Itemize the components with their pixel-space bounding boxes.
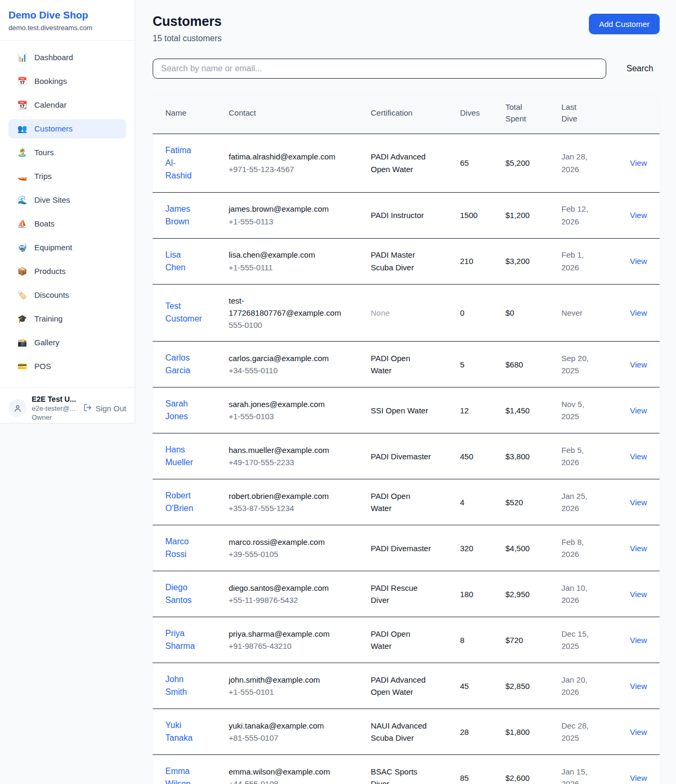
customer-name-link[interactable]: John Smith xyxy=(165,673,200,698)
customer-count: 15 total customers xyxy=(153,34,222,43)
customer-total-spent: $1,200 xyxy=(505,211,530,220)
customer-dives: 12 xyxy=(460,406,469,415)
view-link[interactable]: View xyxy=(630,682,647,691)
table-row: James Brown james.brown@example.com +1-5… xyxy=(153,192,660,238)
customer-phone: +971-55-123-4567 xyxy=(229,163,345,175)
customer-last-dive: Feb 12, 2026 xyxy=(561,204,588,225)
customer-total-spent: $2,850 xyxy=(505,682,530,691)
customers-icon: 👥 xyxy=(17,124,27,134)
customer-dives: 320 xyxy=(460,544,473,553)
customer-name-link[interactable]: James Brown xyxy=(165,203,200,228)
search-bar: Search xyxy=(153,59,660,79)
sidebar-item-gallery[interactable]: 📸 Gallery xyxy=(8,333,126,352)
customer-total-spent: $680 xyxy=(505,360,523,369)
page-title: Customers xyxy=(153,14,222,29)
search-input[interactable] xyxy=(153,59,606,79)
view-link[interactable]: View xyxy=(630,211,647,220)
customer-phone: +1-555-0111 xyxy=(229,261,345,273)
view-link[interactable]: View xyxy=(630,257,647,266)
trips-icon: 🚤 xyxy=(17,172,27,181)
customer-total-spent: $3,200 xyxy=(505,257,530,266)
sidebar-item-bookings[interactable]: 📅 Bookings xyxy=(8,72,126,91)
view-link[interactable]: View xyxy=(630,360,647,369)
sidebar-item-dashboard[interactable]: 📊 Dashboard xyxy=(8,48,126,67)
sidebar-item-tours[interactable]: 🏝️ Tours xyxy=(8,143,126,162)
customer-last-dive: Jan 15, 2026 xyxy=(561,767,587,784)
user-email: e2e-tester@... xyxy=(32,404,78,412)
view-link[interactable]: View xyxy=(630,498,647,507)
customer-phone: +49-170-555-2233 xyxy=(229,456,345,468)
customer-total-spent: $1,800 xyxy=(505,728,530,736)
customer-name-link[interactable]: Emma Wilson xyxy=(165,765,200,784)
page-header: Customers 15 total customers Add Custome… xyxy=(153,14,660,43)
table-row: Priya Sharma priya.sharma@example.com +9… xyxy=(153,617,660,663)
column-header-last-dive: Last Dive xyxy=(561,92,609,134)
training-icon: 🎓 xyxy=(17,314,27,324)
view-link[interactable]: View xyxy=(630,452,647,461)
customer-name-link[interactable]: Sarah Jones xyxy=(165,398,200,423)
customer-phone: +353-87-555-1234 xyxy=(229,502,345,514)
table-row: Fatima Al-Rashid fatima.alrashid@example… xyxy=(153,134,660,192)
customer-name-link[interactable]: Lisa Chen xyxy=(165,249,200,274)
customer-certification: PADI Advanced Open Water xyxy=(371,675,426,696)
sidebar: Demo Dive Shop demo.test.divestreams.com… xyxy=(0,0,135,423)
view-link[interactable]: View xyxy=(630,544,647,553)
tours-icon: 🏝️ xyxy=(17,148,27,157)
sidebar-item-trips[interactable]: 🚤 Trips xyxy=(8,167,126,186)
dive-sites-icon: 🌊 xyxy=(17,195,27,205)
view-link[interactable]: View xyxy=(630,728,647,736)
customer-email: robert.obrien@example.com xyxy=(229,490,345,502)
column-header-actions xyxy=(609,92,660,134)
sign-out-button[interactable]: Sign Out xyxy=(83,403,126,413)
customer-last-dive: Dec 15, 2025 xyxy=(561,629,589,650)
view-link[interactable]: View xyxy=(630,773,647,782)
equipment-icon: 🤿 xyxy=(17,243,27,252)
view-link[interactable]: View xyxy=(630,406,647,415)
customer-phone: +44-555-0108 xyxy=(229,778,345,784)
customer-name-link[interactable]: Diego Santos xyxy=(165,581,200,607)
customer-name-link[interactable]: Marco Rossi xyxy=(165,535,200,561)
customers-table: Name Contact Certification Dives Total S… xyxy=(153,92,660,784)
customer-certification: PADI Divemaster xyxy=(371,544,431,553)
customer-email: yuki.tanaka@example.com xyxy=(229,720,345,732)
customer-name-link[interactable]: Fatima Al-Rashid xyxy=(165,144,200,182)
search-button[interactable]: Search xyxy=(620,60,660,78)
brand-name: Demo Dive Shop xyxy=(8,10,126,21)
customer-name-link[interactable]: Test Customer xyxy=(165,300,202,325)
customer-dives: 210 xyxy=(460,257,473,266)
customer-total-spent: $1,450 xyxy=(505,406,530,415)
customer-certification: BSAC Sports Diver xyxy=(371,767,417,784)
customer-certification: PADI Rescue Diver xyxy=(371,583,418,604)
main-content: Customers 15 total customers Add Custome… xyxy=(135,0,676,784)
sidebar-item-discounts[interactable]: 🏷️ Discounts xyxy=(8,286,126,305)
customer-certification: PADI Advanced Open Water xyxy=(371,152,426,173)
view-link[interactable]: View xyxy=(630,308,647,317)
customer-last-dive: Jan 25, 2026 xyxy=(561,492,587,513)
sidebar-item-equipment[interactable]: 🤿 Equipment xyxy=(8,238,126,257)
customer-last-dive: Feb 5, 2026 xyxy=(561,446,584,467)
customer-name-link[interactable]: Priya Sharma xyxy=(165,627,200,653)
dashboard-icon: 📊 xyxy=(17,53,27,62)
add-customer-button[interactable]: Add Customer xyxy=(589,14,660,34)
sidebar-item-boats[interactable]: ⛵ Boats xyxy=(8,214,126,233)
sidebar-item-calendar[interactable]: 📆 Calendar xyxy=(8,96,126,115)
view-link[interactable]: View xyxy=(630,158,647,167)
view-link[interactable]: View xyxy=(630,590,647,599)
customer-name-link[interactable]: Hans Mueller xyxy=(165,443,200,469)
customer-last-dive: Jan 10, 2026 xyxy=(561,583,587,604)
sidebar-item-products[interactable]: 📦 Products xyxy=(8,262,126,281)
column-header-contact: Contact xyxy=(229,92,371,134)
view-link[interactable]: View xyxy=(630,636,647,645)
sidebar-item-training[interactable]: 🎓 Training xyxy=(8,309,126,328)
sidebar-item-customers[interactable]: 👥 Customers xyxy=(8,119,126,138)
customer-name-link[interactable]: Robert O'Brien xyxy=(165,489,200,515)
customer-email: diego.santos@example.com xyxy=(229,582,345,594)
customer-dives: 180 xyxy=(460,590,473,599)
table-header-row: Name Contact Certification Dives Total S… xyxy=(153,92,660,134)
sidebar-item-pos[interactable]: 💳 POS xyxy=(8,357,126,376)
sidebar-item-dive-sites[interactable]: 🌊 Dive Sites xyxy=(8,191,126,210)
customer-name-link[interactable]: Carlos Garcia xyxy=(165,352,200,377)
customer-name-link[interactable]: Yuki Tanaka xyxy=(165,719,200,744)
user-section: E2E Test U... e2e-tester@... Owner Sign … xyxy=(0,387,135,429)
customer-phone: 555-0100 xyxy=(229,319,345,331)
